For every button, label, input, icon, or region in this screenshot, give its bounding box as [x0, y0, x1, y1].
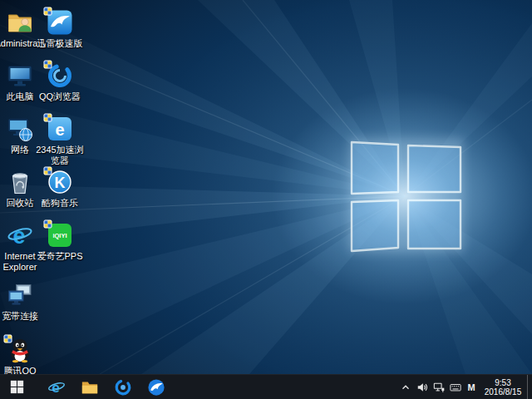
svg-text:e: e [12, 224, 25, 249]
recycle-bin-icon [6, 168, 34, 196]
kugou-music-icon: K [46, 168, 74, 196]
desktop-icon-label: 酷狗音乐 [32, 198, 87, 209]
2345-browser-icon: e [46, 115, 74, 143]
desktop-icon-iqiyi[interactable]: iQIYI 爱奇艺PPS [40, 221, 80, 262]
tray-network-button[interactable] [431, 375, 447, 399]
taskbar: e [0, 374, 532, 399]
qq-browser-icon [114, 378, 132, 397]
shield-badge-icon [43, 60, 52, 69]
desktop-icon-label: QQ浏览器 [32, 91, 87, 102]
desktop-icon-label: 2345加速浏览器 [32, 145, 87, 166]
taskbar-clock[interactable]: 9:53 2016/8/15 [479, 375, 527, 399]
tray-touch-keyboard-button[interactable] [447, 375, 464, 399]
desktop-icon-label: 迅雷极速版 [32, 38, 87, 49]
qq-browser-icon [46, 62, 74, 90]
file-explorer-folder-icon [81, 378, 99, 397]
shield-badge-icon [43, 113, 52, 122]
desktop-icon-qq-browser[interactable]: QQ浏览器 [40, 62, 80, 102]
desktop-icon-thunder[interactable]: 迅雷极速版 [40, 8, 80, 49]
tray-ime-indicator[interactable]: M [464, 375, 479, 399]
iqiyi-pps-icon: iQIYI [46, 221, 74, 249]
system-tray: M 9:53 2016/8/15 [397, 375, 532, 399]
show-desktop-button[interactable] [527, 375, 532, 399]
keyboard-icon [450, 382, 461, 393]
windows-logo-icon [10, 380, 24, 394]
shield-badge-icon [3, 334, 12, 343]
desktop-icon-kugou[interactable]: K 酷狗音乐 [40, 168, 80, 209]
shield-badge-icon [43, 219, 52, 229]
screen: Administra... 此电脑 [0, 0, 532, 399]
shield-badge-icon [43, 166, 52, 175]
desktop-icon-label: 爱奇艺PPS [32, 251, 87, 262]
desktop-icon-label: 宽带连接 [0, 311, 47, 322]
tray-volume-button[interactable] [414, 375, 431, 399]
computer-icon [6, 62, 34, 90]
taskbar-spacer [33, 375, 40, 399]
thunder-bird-icon [46, 8, 74, 37]
internet-explorer-icon: e [47, 378, 66, 397]
thunder-bird-icon [147, 378, 165, 397]
shield-badge-icon [43, 7, 52, 16]
internet-explorer-icon: e [6, 221, 34, 249]
clock-date: 2016/8/15 [479, 387, 527, 397]
desktop-icon-tencent-qq[interactable]: 腾讯QQ [0, 336, 40, 374]
speaker-icon [416, 382, 428, 393]
clock-time: 9:53 [479, 378, 527, 387]
svg-text:e: e [52, 379, 60, 396]
desktop-icon-label: 腾讯QQ [0, 366, 47, 374]
taskbar-internet-explorer-button[interactable]: e [40, 375, 73, 399]
start-button[interactable] [0, 375, 33, 399]
svg-text:e: e [55, 121, 64, 139]
chevron-up-icon [400, 382, 411, 393]
desktop[interactable]: Administra... 此电脑 [0, 0, 532, 374]
svg-text:K: K [55, 175, 66, 191]
ethernet-network-icon [433, 382, 445, 393]
qq-penguin-icon [6, 336, 34, 364]
network-globe-icon [6, 115, 34, 143]
broadband-connection-icon [6, 281, 34, 309]
taskbar-thunder-button[interactable] [140, 375, 173, 399]
desktop-icon-internet-explorer[interactable]: e Internet Explorer [0, 221, 40, 273]
desktop-icon-2345-browser[interactable]: e 2345加速浏览器 [40, 115, 80, 166]
desktop-icon-broadband[interactable]: 宽带连接 [0, 281, 40, 322]
tray-hidden-icons-button[interactable] [397, 375, 414, 399]
taskbar-file-explorer-button[interactable] [73, 375, 106, 399]
wallpaper-image [0, 0, 532, 374]
svg-text:iQIYI: iQIYI [52, 232, 66, 239]
taskbar-qq-browser-button[interactable] [106, 375, 140, 399]
user-folder-icon [6, 8, 34, 37]
